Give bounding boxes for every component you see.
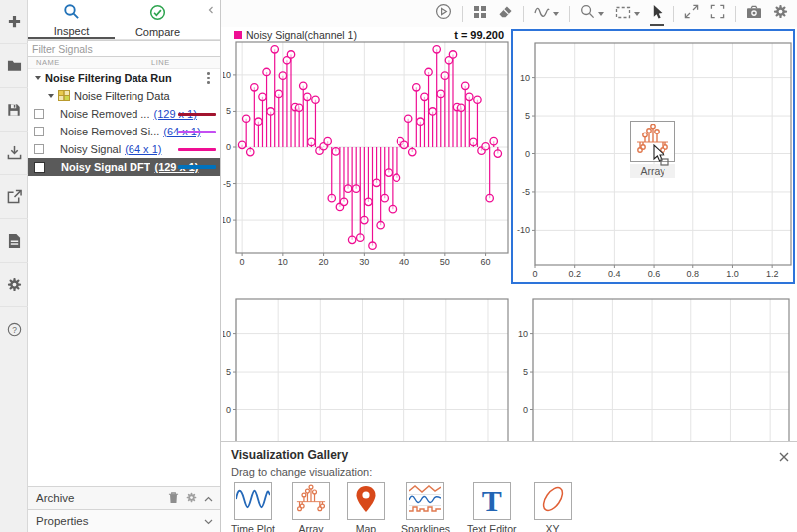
clear-plots-button[interactable] (497, 4, 514, 24)
xy-icon (538, 484, 568, 518)
tree-row-run[interactable]: Noise Filtering Data Run (28, 69, 220, 87)
gallery-tile-map[interactable]: Map (347, 482, 385, 532)
svg-text:50: 50 (440, 257, 450, 267)
svg-text:10: 10 (223, 329, 231, 339)
snapshot-icon (746, 5, 762, 23)
save-icon (7, 103, 21, 117)
signal-name: Noise Removed ... (60, 108, 149, 120)
tree-row-signal[interactable]: Noise Removed ... (129 x 1) (28, 105, 220, 123)
import-icon (7, 145, 22, 160)
svg-text:10: 10 (223, 70, 231, 80)
help-button[interactable]: ? (0, 307, 28, 351)
signal-checkbox[interactable] (34, 162, 45, 173)
signal-checkbox[interactable] (34, 109, 44, 119)
signal-line-swatch (178, 165, 216, 169)
caret-down-icon[interactable] (35, 76, 41, 80)
svg-text:-10: -10 (517, 225, 530, 235)
gallery-tile-label: Map (356, 523, 376, 532)
signal-tree: Noise Filtering Data Run Noise Filtering… (28, 69, 220, 176)
svg-text:20: 20 (319, 257, 329, 267)
signal-line-swatch (178, 148, 216, 151)
fit-to-view-button[interactable] (614, 4, 641, 24)
svg-text:5: 5 (525, 111, 530, 121)
save-button[interactable] (0, 88, 28, 132)
chevron-left-icon (207, 0, 215, 18)
chevron-up-icon[interactable] (204, 492, 213, 504)
tab-compare[interactable]: Compare (115, 0, 201, 39)
eraser-icon (498, 5, 513, 23)
plot-toolbar (221, 0, 797, 27)
svg-text:?: ? (12, 324, 17, 334)
tab-inspect[interactable]: Inspect (28, 0, 115, 39)
sparklines-icon (409, 484, 441, 518)
svg-text:1.2: 1.2 (766, 269, 779, 279)
signal-name: Noisy Signal (60, 143, 121, 155)
add-button[interactable] (0, 0, 28, 44)
tree-row-signal[interactable]: Noisy Signal (64 x 1) (28, 140, 220, 158)
subplot-noisy-signal[interactable]: Noisy Signal(channel 1) t = 99.200 01020… (223, 28, 510, 285)
svg-text:40: 40 (399, 257, 409, 267)
left-toolstrip: ? (0, 0, 28, 532)
check-circle-icon (149, 4, 166, 25)
signal-dims-link[interactable]: (64 x 1) (125, 143, 161, 155)
caret-down-icon[interactable] (48, 94, 54, 98)
layout-button[interactable] (472, 4, 488, 24)
plot-settings-button[interactable] (772, 4, 789, 24)
text-editor-icon: T (482, 486, 502, 516)
panel-tabs: Inspect Compare (28, 0, 220, 40)
signal-options-button[interactable] (533, 4, 560, 24)
create-report-button[interactable] (0, 219, 28, 263)
layout-grid-icon (473, 5, 487, 23)
snapshot-button[interactable] (745, 4, 763, 24)
chevron-down-icon[interactable] (204, 515, 213, 527)
gallery-tile-sparklines[interactable]: Sparklines (401, 482, 450, 532)
create-report-icon (8, 233, 21, 248)
subplot-selected[interactable]: 00.20.40.60.81.01.2-10-50510 Array (511, 29, 795, 284)
export-button[interactable] (0, 175, 28, 219)
replay-icon (435, 3, 452, 24)
signal-checkbox[interactable] (34, 127, 44, 136)
gallery-tile-text-editor[interactable]: T Text Editor (467, 482, 517, 532)
gallery-tile-label: Time Plot (231, 523, 275, 532)
properties-section-header[interactable]: Properties (28, 509, 220, 532)
filter-signals-input[interactable] (28, 40, 220, 57)
properties-label: Properties (36, 515, 88, 527)
expand-axes-icon (684, 4, 699, 23)
tree-row-signal[interactable]: Noise Removed Si... (64 x 1) (28, 123, 220, 140)
svg-text:-5: -5 (223, 179, 231, 189)
preferences-button[interactable] (0, 263, 28, 307)
gallery-tile-array[interactable]: Array (292, 482, 330, 532)
svg-text:0: 0 (226, 405, 231, 415)
expand-axes-button[interactable] (683, 4, 700, 24)
tree-row-signal-selected[interactable]: Noisy Signal DFT (129 x 1) (28, 158, 220, 176)
gallery-tile-label: Sparklines (401, 523, 450, 532)
fullscreen-button[interactable] (709, 4, 726, 24)
pointer-button[interactable] (650, 4, 664, 24)
svg-text:-10: -10 (223, 215, 231, 225)
gallery-tile-xy[interactable]: XY (534, 482, 572, 532)
tab-inspect-label: Inspect (54, 25, 89, 37)
trash-icon[interactable] (168, 491, 179, 506)
close-icon[interactable] (779, 448, 789, 466)
archive-label: Archive (36, 492, 74, 504)
signal-wave-icon (534, 5, 550, 23)
tree-row-group[interactable]: Noise Filtering Data (28, 87, 220, 105)
tree-column-headers: NAME LINE (28, 57, 220, 69)
kebab-menu-icon[interactable] (207, 72, 210, 86)
collapse-panel-button[interactable] (204, 2, 218, 16)
time-plot-icon (236, 486, 270, 516)
dataset-icon (58, 90, 70, 103)
open-button[interactable] (0, 44, 28, 88)
gallery-tile-time-plot[interactable]: Time Plot (231, 482, 275, 532)
gallery-tile-label: Array (298, 523, 323, 532)
zoom-button[interactable] (579, 4, 605, 24)
gear-icon[interactable] (186, 492, 197, 505)
replay-button[interactable] (434, 4, 453, 24)
caret-down-icon (553, 12, 559, 16)
caret-down-icon (634, 12, 640, 16)
import-button[interactable] (0, 132, 28, 175)
svg-text:5: 5 (523, 367, 528, 377)
signal-checkbox[interactable] (34, 144, 44, 154)
legend-swatch (234, 31, 242, 39)
archive-section-header[interactable]: Archive (28, 486, 220, 509)
